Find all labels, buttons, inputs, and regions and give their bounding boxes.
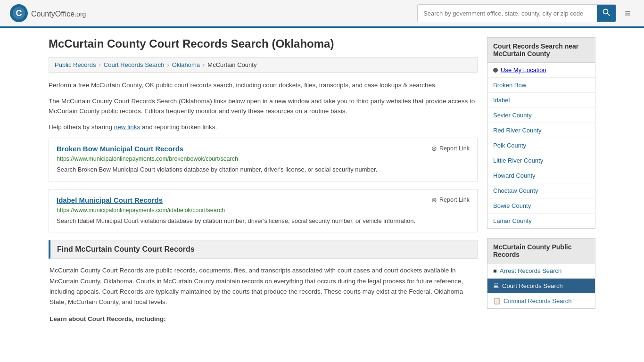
nearby-link-6[interactable]: Howard County [493, 172, 536, 179]
use-location-item[interactable]: Use My Location [487, 63, 595, 78]
nearby-item-7[interactable]: Choctaw County [487, 183, 595, 198]
search-button[interactable] [597, 5, 616, 22]
search-input[interactable] [418, 7, 597, 20]
public-records-item-1[interactable]: 🏛 Court Records Search [487, 279, 595, 294]
public-records-section: McCurtain County Public Records ■ Arrest… [487, 238, 595, 309]
nearby-item-2[interactable]: Sevier County [487, 108, 595, 123]
search-icon [603, 8, 610, 16]
nearby-link-5[interactable]: Little River County [493, 157, 543, 164]
nearby-item-8[interactable]: Bowie County [487, 198, 595, 214]
nearby-link-7[interactable]: Choctaw County [493, 187, 538, 194]
record-url-1: https://www.municipalonlinepayments.com/… [57, 207, 470, 214]
record-url-0: https://www.municipalonlinepayments.com/… [57, 156, 470, 162]
find-section-body: McCurtain County Court Records are publi… [49, 265, 478, 307]
search-bar [417, 4, 616, 22]
desc-3: Help others by sharing new links and rep… [49, 122, 478, 132]
svg-line-4 [608, 14, 610, 16]
nearby-section: Court Records Search near McCurtain Coun… [487, 37, 595, 229]
record-cards: Broken Bow Municipal Court Records ⊛ Rep… [49, 138, 478, 232]
nearby-link-3[interactable]: Red River County [493, 127, 542, 134]
public-records-items-container: ■ Arrest Records Search 🏛 Court Records … [487, 263, 595, 308]
nearby-link-9[interactable]: Lamar County [493, 217, 532, 224]
breadcrumb-current: McCurtain County [207, 61, 256, 68]
content-area: McCurtain County Court Records Search (O… [49, 37, 478, 325]
location-dot-icon [493, 68, 498, 73]
breadcrumb: Public Records › Court Records Search › … [49, 57, 478, 73]
nearby-item-6[interactable]: Howard County [487, 168, 595, 183]
record-header-1: Idabel Municipal Court Records ⊛ Report … [57, 196, 470, 204]
report-label-1: Report Link [439, 197, 470, 203]
public-records-icon-0: ■ [493, 267, 497, 274]
breadcrumb-court-records[interactable]: Court Records Search [104, 61, 165, 68]
record-title-1[interactable]: Idabel Municipal Court Records [57, 196, 163, 204]
learn-label: Learn about Court Records, including: [49, 314, 478, 324]
nearby-item-3[interactable]: Red River County [487, 123, 595, 138]
hamburger-menu-button[interactable]: ≡ [621, 5, 635, 21]
breadcrumb-sep-1: › [99, 61, 100, 68]
svg-text:C: C [16, 8, 22, 18]
nearby-link-1[interactable]: Idabel [493, 97, 510, 104]
report-icon-0: ⊛ [431, 145, 437, 152]
public-records-item-2[interactable]: 📋 Criminal Records Search [487, 294, 595, 308]
report-link-1[interactable]: ⊛ Report Link [431, 196, 470, 204]
record-title-0[interactable]: Broken Bow Municipal Court Records [57, 145, 183, 153]
breadcrumb-sep-3: › [203, 61, 205, 68]
header-right: ≡ [417, 4, 635, 22]
nearby-link-0[interactable]: Broken Bow [493, 82, 526, 89]
public-records-link-0[interactable]: Arrest Records Search [500, 267, 562, 274]
nearby-item-9[interactable]: Lamar County [487, 214, 595, 228]
nearby-item-4[interactable]: Polk County [487, 138, 595, 153]
record-header-0: Broken Bow Municipal Court Records ⊛ Rep… [57, 145, 470, 153]
public-records-item-0[interactable]: ■ Arrest Records Search [487, 263, 595, 279]
breadcrumb-public-records[interactable]: Public Records [55, 61, 96, 68]
use-location-link[interactable]: Use My Location [501, 66, 546, 74]
record-card-0: Broken Bow Municipal Court Records ⊛ Rep… [49, 138, 478, 181]
main-container: McCurtain County Court Records Search (O… [39, 28, 605, 334]
desc-1: Perform a free McCurtain County, OK publ… [49, 80, 478, 90]
logo-icon: C [9, 4, 28, 23]
record-card-1: Idabel Municipal Court Records ⊛ Report … [49, 189, 478, 233]
nearby-title: Court Records Search near McCurtain Coun… [487, 37, 595, 63]
report-link-0[interactable]: ⊛ Report Link [431, 145, 470, 152]
nearby-link-4[interactable]: Polk County [493, 142, 526, 149]
report-icon-1: ⊛ [431, 196, 437, 204]
public-records-link-2[interactable]: Criminal Records Search [504, 297, 572, 304]
public-records-title: McCurtain County Public Records [487, 238, 595, 263]
logo-area: C CountyOffice.org [9, 4, 86, 23]
sidebar: Court Records Search near McCurtain Coun… [487, 37, 595, 325]
nearby-list: Use My Location Broken BowIdabelSevier C… [487, 63, 595, 229]
nearby-link-2[interactable]: Sevier County [493, 112, 532, 119]
find-section-header: Find McCurtain County Court Records [49, 240, 478, 259]
logo-text: CountyOffice.org [31, 8, 86, 19]
record-desc-1: Search Idabel Municipal Court violations… [57, 216, 470, 226]
nearby-item-1[interactable]: Idabel [487, 93, 595, 108]
page-title: McCurtain County Court Records Search (O… [49, 37, 478, 50]
breadcrumb-sep-2: › [167, 61, 169, 68]
site-header: C CountyOffice.org ≡ [0, 0, 644, 28]
new-links-link[interactable]: new links [114, 123, 140, 131]
nearby-item-5[interactable]: Little River County [487, 153, 595, 168]
public-records-link-1[interactable]: Court Records Search [502, 282, 563, 289]
public-records-list: ■ Arrest Records Search 🏛 Court Records … [487, 263, 595, 309]
nearby-item-0[interactable]: Broken Bow [487, 78, 595, 93]
breadcrumb-oklahoma[interactable]: Oklahoma [172, 61, 200, 68]
nearby-link-8[interactable]: Bowie County [493, 202, 531, 209]
record-desc-0: Search Broken Bow Municipal Court violat… [57, 165, 470, 174]
public-records-icon-1: 🏛 [493, 282, 499, 289]
nearby-items-container: Broken BowIdabelSevier CountyRed River C… [487, 78, 595, 228]
public-records-icon-2: 📋 [493, 297, 501, 304]
desc-2: The McCurtain County Court Records Searc… [49, 96, 478, 116]
report-label-0: Report Link [439, 145, 470, 152]
